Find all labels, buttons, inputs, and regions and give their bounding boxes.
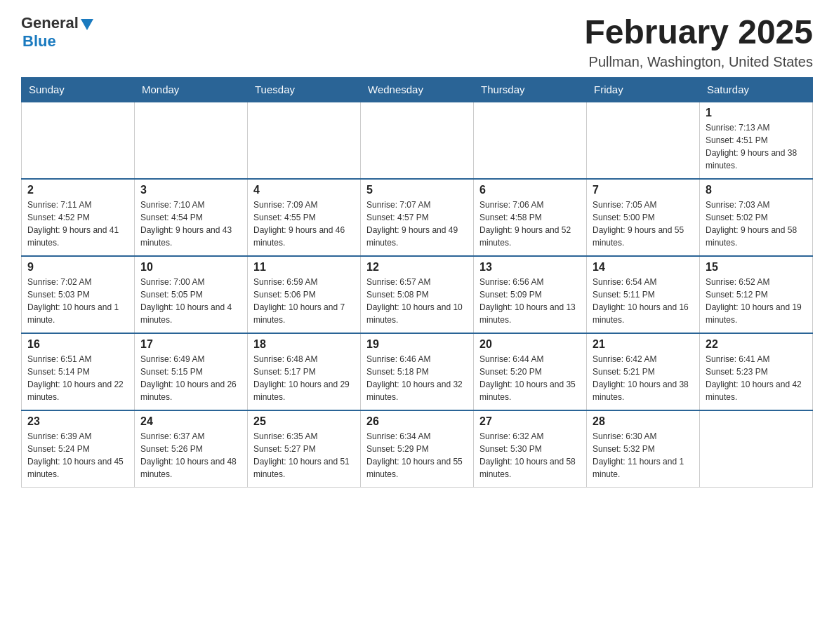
day-number: 28 bbox=[593, 415, 694, 428]
logo: General Blue bbox=[21, 14, 93, 51]
logo-blue-text: Blue bbox=[22, 32, 56, 51]
day-info: Sunrise: 6:54 AM Sunset: 5:11 PM Dayligh… bbox=[593, 276, 694, 326]
day-number: 27 bbox=[479, 415, 581, 428]
calendar-cell: 18Sunrise: 6:48 AM Sunset: 5:17 PM Dayli… bbox=[248, 333, 361, 410]
day-number: 6 bbox=[479, 184, 581, 196]
calendar-cell: 25Sunrise: 6:35 AM Sunset: 5:27 PM Dayli… bbox=[248, 410, 361, 488]
day-info: Sunrise: 7:02 AM Sunset: 5:03 PM Dayligh… bbox=[27, 276, 128, 326]
day-number: 4 bbox=[253, 184, 355, 196]
day-number: 5 bbox=[366, 184, 468, 196]
weekday-header-saturday: Saturday bbox=[700, 77, 813, 102]
calendar-cell: 22Sunrise: 6:41 AM Sunset: 5:23 PM Dayli… bbox=[700, 333, 813, 410]
day-info: Sunrise: 6:48 AM Sunset: 5:17 PM Dayligh… bbox=[253, 353, 355, 403]
calendar-cell: 3Sunrise: 7:10 AM Sunset: 4:54 PM Daylig… bbox=[135, 179, 248, 256]
calendar-cell: 14Sunrise: 6:54 AM Sunset: 5:11 PM Dayli… bbox=[587, 256, 700, 333]
calendar-cell: 20Sunrise: 6:44 AM Sunset: 5:20 PM Dayli… bbox=[474, 333, 587, 410]
weekday-header-friday: Friday bbox=[587, 77, 700, 102]
week-row-5: 23Sunrise: 6:39 AM Sunset: 5:24 PM Dayli… bbox=[22, 410, 813, 488]
day-info: Sunrise: 6:46 AM Sunset: 5:18 PM Dayligh… bbox=[366, 353, 468, 403]
calendar-cell: 17Sunrise: 6:49 AM Sunset: 5:15 PM Dayli… bbox=[135, 333, 248, 410]
day-info: Sunrise: 7:13 AM Sunset: 4:51 PM Dayligh… bbox=[706, 121, 807, 172]
logo-triangle-icon bbox=[81, 19, 93, 30]
day-number: 25 bbox=[253, 415, 355, 428]
day-number: 18 bbox=[253, 338, 355, 351]
calendar-cell: 28Sunrise: 6:30 AM Sunset: 5:32 PM Dayli… bbox=[587, 410, 700, 488]
day-number: 12 bbox=[366, 261, 468, 274]
day-number: 17 bbox=[140, 338, 241, 351]
calendar-cell: 21Sunrise: 6:42 AM Sunset: 5:21 PM Dayli… bbox=[587, 333, 700, 410]
page-header: General Blue February 2025 Pullman, Wash… bbox=[21, 14, 813, 70]
calendar-cell: 24Sunrise: 6:37 AM Sunset: 5:26 PM Dayli… bbox=[135, 410, 248, 488]
day-number: 2 bbox=[27, 184, 128, 196]
day-number: 26 bbox=[366, 415, 468, 428]
calendar-cell: 4Sunrise: 7:09 AM Sunset: 4:55 PM Daylig… bbox=[248, 179, 361, 256]
day-number: 16 bbox=[27, 338, 128, 351]
location-text: Pullman, Washington, United States bbox=[584, 54, 813, 70]
day-info: Sunrise: 6:32 AM Sunset: 5:30 PM Dayligh… bbox=[479, 430, 581, 481]
day-number: 24 bbox=[140, 415, 241, 428]
calendar-cell: 7Sunrise: 7:05 AM Sunset: 5:00 PM Daylig… bbox=[587, 179, 700, 256]
calendar-cell bbox=[361, 102, 474, 179]
week-row-4: 16Sunrise: 6:51 AM Sunset: 5:14 PM Dayli… bbox=[22, 333, 813, 410]
day-info: Sunrise: 6:30 AM Sunset: 5:32 PM Dayligh… bbox=[593, 430, 694, 481]
calendar-cell: 13Sunrise: 6:56 AM Sunset: 5:09 PM Dayli… bbox=[474, 256, 587, 333]
calendar-cell: 27Sunrise: 6:32 AM Sunset: 5:30 PM Dayli… bbox=[474, 410, 587, 488]
day-number: 8 bbox=[706, 184, 807, 196]
day-number: 20 bbox=[479, 338, 581, 351]
day-number: 11 bbox=[253, 261, 355, 274]
day-info: Sunrise: 7:05 AM Sunset: 5:00 PM Dayligh… bbox=[593, 199, 694, 249]
day-info: Sunrise: 7:06 AM Sunset: 4:58 PM Dayligh… bbox=[479, 199, 581, 249]
day-info: Sunrise: 7:11 AM Sunset: 4:52 PM Dayligh… bbox=[27, 199, 128, 249]
calendar-cell: 23Sunrise: 6:39 AM Sunset: 5:24 PM Dayli… bbox=[22, 410, 135, 488]
calendar-cell: 6Sunrise: 7:06 AM Sunset: 4:58 PM Daylig… bbox=[474, 179, 587, 256]
day-info: Sunrise: 6:52 AM Sunset: 5:12 PM Dayligh… bbox=[706, 276, 807, 326]
day-info: Sunrise: 7:07 AM Sunset: 4:57 PM Dayligh… bbox=[366, 199, 468, 249]
calendar-cell: 9Sunrise: 7:02 AM Sunset: 5:03 PM Daylig… bbox=[22, 256, 135, 333]
weekday-header-sunday: Sunday bbox=[22, 77, 135, 102]
calendar-cell: 26Sunrise: 6:34 AM Sunset: 5:29 PM Dayli… bbox=[361, 410, 474, 488]
calendar-cell bbox=[587, 102, 700, 179]
calendar-cell bbox=[248, 102, 361, 179]
day-info: Sunrise: 6:57 AM Sunset: 5:08 PM Dayligh… bbox=[366, 276, 468, 326]
day-info: Sunrise: 7:00 AM Sunset: 5:05 PM Dayligh… bbox=[140, 276, 241, 326]
day-info: Sunrise: 6:49 AM Sunset: 5:15 PM Dayligh… bbox=[140, 353, 241, 403]
day-info: Sunrise: 7:10 AM Sunset: 4:54 PM Dayligh… bbox=[140, 199, 241, 249]
calendar-cell: 1Sunrise: 7:13 AM Sunset: 4:51 PM Daylig… bbox=[700, 102, 813, 179]
day-info: Sunrise: 7:09 AM Sunset: 4:55 PM Dayligh… bbox=[253, 199, 355, 249]
calendar-cell bbox=[22, 102, 135, 179]
day-info: Sunrise: 6:39 AM Sunset: 5:24 PM Dayligh… bbox=[27, 430, 128, 481]
calendar-cell: 5Sunrise: 7:07 AM Sunset: 4:57 PM Daylig… bbox=[361, 179, 474, 256]
week-row-2: 2Sunrise: 7:11 AM Sunset: 4:52 PM Daylig… bbox=[22, 179, 813, 256]
day-number: 3 bbox=[140, 184, 241, 196]
calendar-cell: 2Sunrise: 7:11 AM Sunset: 4:52 PM Daylig… bbox=[22, 179, 135, 256]
day-info: Sunrise: 6:44 AM Sunset: 5:20 PM Dayligh… bbox=[479, 353, 581, 403]
day-info: Sunrise: 6:34 AM Sunset: 5:29 PM Dayligh… bbox=[366, 430, 468, 481]
calendar-table: SundayMondayTuesdayWednesdayThursdayFrid… bbox=[21, 77, 813, 488]
day-number: 19 bbox=[366, 338, 468, 351]
weekday-header-monday: Monday bbox=[135, 77, 248, 102]
title-block: February 2025 Pullman, Washington, Unite… bbox=[584, 14, 813, 70]
day-info: Sunrise: 6:59 AM Sunset: 5:06 PM Dayligh… bbox=[253, 276, 355, 326]
calendar-cell bbox=[474, 102, 587, 179]
day-number: 9 bbox=[27, 261, 128, 274]
day-info: Sunrise: 7:03 AM Sunset: 5:02 PM Dayligh… bbox=[706, 199, 807, 249]
day-info: Sunrise: 6:35 AM Sunset: 5:27 PM Dayligh… bbox=[253, 430, 355, 481]
day-info: Sunrise: 6:56 AM Sunset: 5:09 PM Dayligh… bbox=[479, 276, 581, 326]
day-info: Sunrise: 6:37 AM Sunset: 5:26 PM Dayligh… bbox=[140, 430, 241, 481]
calendar-cell: 10Sunrise: 7:00 AM Sunset: 5:05 PM Dayli… bbox=[135, 256, 248, 333]
day-number: 21 bbox=[593, 338, 694, 351]
calendar-cell bbox=[700, 410, 813, 488]
day-number: 7 bbox=[593, 184, 694, 196]
day-info: Sunrise: 6:51 AM Sunset: 5:14 PM Dayligh… bbox=[27, 353, 128, 403]
week-row-1: 1Sunrise: 7:13 AM Sunset: 4:51 PM Daylig… bbox=[22, 102, 813, 179]
calendar-cell: 19Sunrise: 6:46 AM Sunset: 5:18 PM Dayli… bbox=[361, 333, 474, 410]
weekday-header-wednesday: Wednesday bbox=[361, 77, 474, 102]
calendar-cell: 11Sunrise: 6:59 AM Sunset: 5:06 PM Dayli… bbox=[248, 256, 361, 333]
day-number: 15 bbox=[706, 261, 807, 274]
day-number: 14 bbox=[593, 261, 694, 274]
logo-general-text: General bbox=[21, 14, 79, 32]
day-number: 13 bbox=[479, 261, 581, 274]
day-number: 10 bbox=[140, 261, 241, 274]
weekday-header-thursday: Thursday bbox=[474, 77, 587, 102]
weekday-header-tuesday: Tuesday bbox=[248, 77, 361, 102]
